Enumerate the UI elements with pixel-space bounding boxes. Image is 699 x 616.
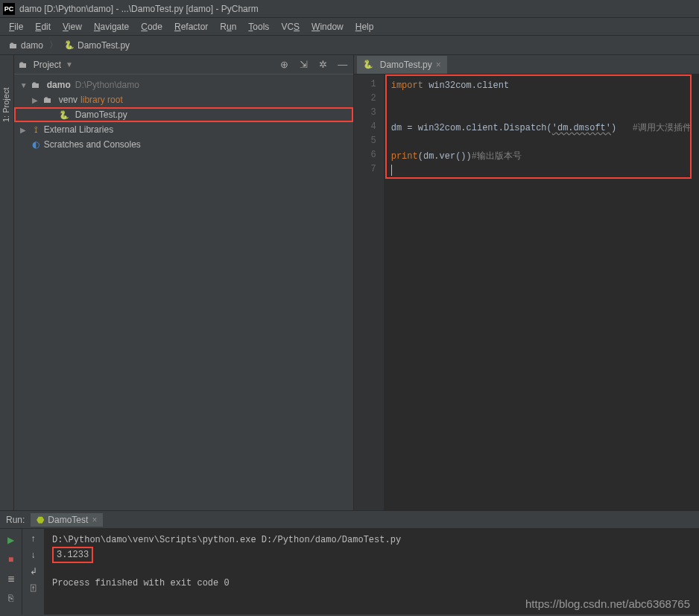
run-toolbar-inner: ↑ ↓ ↲ ⍐ <box>22 529 45 615</box>
menu-refactor[interactable]: Refactor <box>168 22 214 32</box>
stop-icon[interactable]: ■ <box>4 553 18 566</box>
gear-icon[interactable]: ✲ <box>317 59 329 71</box>
main-area: 1: Project 🖿 Project ▼ ⊕ ⇲ ✲ — ▼ 🖿 damo … <box>0 55 699 510</box>
editor-body[interactable]: 1 2 3 4 5 6 7 import win32com.client dm … <box>354 74 699 510</box>
run-tab[interactable]: ⬣ DamoTest × <box>31 513 103 527</box>
breadcrumb-file[interactable]: 🐍 DamoTest.py <box>61 40 133 51</box>
line-number: 2 <box>354 93 384 107</box>
folder-icon: 🖿 <box>9 40 18 51</box>
folder-icon: 🖿 <box>41 95 54 105</box>
chevron-down-icon[interactable]: ▼ <box>66 60 73 69</box>
menu-vcs[interactable]: VCS <box>275 22 306 32</box>
export-icon[interactable]: ⍐ <box>31 582 36 593</box>
line-gutter: 1 2 3 4 5 6 7 <box>354 74 384 510</box>
folder-icon: 🖿 <box>29 80 42 90</box>
menu-help[interactable]: Help <box>350 22 380 32</box>
library-icon: ⟟ <box>29 124 42 135</box>
up-icon[interactable]: ↑ <box>31 533 36 544</box>
window-title: damo [D:\Python\damo] - ...\DamoTest.py … <box>19 4 259 14</box>
tree-node-venv[interactable]: ▶ 🖿 venv library root <box>14 92 353 107</box>
menu-edit[interactable]: Edit <box>29 22 57 32</box>
run-toolbar-left: ▶ ■ ≣ ⎘ <box>0 529 22 615</box>
watermark: https://blog.csdn.net/abc6368765 <box>525 597 690 610</box>
python-icon: ⬣ <box>37 515 44 525</box>
tree-file-name: DamoTest.py <box>75 109 127 120</box>
tree-venv-name: venv <box>59 95 78 105</box>
editor-tab-label: DamoTest.py <box>380 60 432 70</box>
minimize-icon[interactable]: — <box>337 59 349 71</box>
chevron-down-icon[interactable]: ▼ <box>20 81 29 89</box>
tree-root-path: D:\Python\damo <box>75 80 139 90</box>
tree-scratches-label: Scratches and Consoles <box>44 139 141 150</box>
project-title: Project <box>34 60 61 70</box>
tree-extlibs-label: External Libraries <box>44 124 113 135</box>
project-header: 🖿 Project ▼ ⊕ ⇲ ✲ — <box>14 55 353 74</box>
console-value: 3.1233 <box>52 547 93 563</box>
breadcrumb: 🖿 damo 〉 🐍 DamoTest.py <box>0 36 699 55</box>
scratches-icon: ◐ <box>29 139 42 150</box>
rerun-icon[interactable]: ▶ <box>4 533 18 547</box>
console-exit: Process finished with exit code 0 <box>52 577 692 590</box>
python-file-icon: 🐍 <box>57 110 71 120</box>
breadcrumb-file-label: DamoTest.py <box>78 40 130 51</box>
menu-tools[interactable]: Tools <box>242 22 275 32</box>
chevron-right-icon[interactable]: ▶ <box>20 126 29 134</box>
line-number: 7 <box>354 164 384 178</box>
breadcrumb-root[interactable]: 🖿 damo <box>6 40 46 51</box>
run-label: Run: <box>6 515 25 525</box>
breadcrumb-sep: 〉 <box>49 39 58 51</box>
code-content[interactable]: import win32com.client dm = win32com.cli… <box>384 74 699 510</box>
menu-window[interactable]: Window <box>306 22 350 32</box>
console-cmd: D:\Python\damo\venv\Scripts\python.exe D… <box>52 533 692 547</box>
tree-node-root[interactable]: ▼ 🖿 damo D:\Python\damo <box>14 77 353 92</box>
line-number: 6 <box>354 150 384 164</box>
app-icon: PC <box>3 3 15 15</box>
run-tab-label: DamoTest <box>48 515 88 525</box>
menu-run[interactable]: Run <box>214 22 242 32</box>
expand-icon[interactable]: ⇲ <box>298 59 310 71</box>
target-icon[interactable]: ⊕ <box>279 59 291 71</box>
menubar: File Edit View Navigate Code Refactor Ru… <box>0 18 699 36</box>
project-icon: 🖿 <box>19 60 28 70</box>
project-tree: ▼ 🖿 damo D:\Python\damo ▶ 🖿 venv library… <box>14 74 353 510</box>
titlebar: PC damo [D:\Python\damo] - ...\DamoTest.… <box>0 0 699 18</box>
menu-navigate[interactable]: Navigate <box>88 22 135 32</box>
tree-node-scratches[interactable]: ◐ Scratches and Consoles <box>14 137 353 152</box>
menu-file[interactable]: File <box>3 22 29 32</box>
layout-icon[interactable]: ≣ <box>4 572 18 585</box>
line-number: 3 <box>354 107 384 121</box>
run-header: Run: ⬣ DamoTest × <box>0 511 699 529</box>
close-icon[interactable]: × <box>92 515 97 525</box>
down-icon[interactable]: ↓ <box>31 550 36 560</box>
menu-code[interactable]: Code <box>135 22 168 32</box>
left-tool-gutter: 1: Project <box>0 55 14 510</box>
menu-view[interactable]: View <box>57 22 88 32</box>
wrap-icon[interactable]: ↲ <box>30 566 37 577</box>
chevron-right-icon[interactable]: ▶ <box>32 96 41 104</box>
line-number: 1 <box>354 79 384 93</box>
python-file-icon: 🐍 <box>363 60 373 69</box>
project-tool-button[interactable]: 1: Project <box>1 88 10 122</box>
tree-node-file[interactable]: 🐍 DamoTest.py <box>14 107 353 122</box>
pin-icon[interactable]: ⎘ <box>4 591 18 605</box>
line-number: 5 <box>354 136 384 150</box>
tree-node-extlibs[interactable]: ▶ ⟟ External Libraries <box>14 122 353 137</box>
editor-tabs: 🐍 DamoTest.py × <box>354 55 699 74</box>
breadcrumb-root-label: damo <box>21 40 43 51</box>
close-icon[interactable]: × <box>436 60 441 70</box>
caret <box>391 165 392 176</box>
python-file-icon: 🐍 <box>64 40 75 50</box>
editor-area: 🐍 DamoTest.py × 1 2 3 4 5 6 7 import win… <box>354 55 699 510</box>
tree-venv-suffix: library root <box>80 95 123 105</box>
tree-root-name: damo <box>47 80 71 90</box>
line-number: 4 <box>354 121 384 136</box>
editor-tab[interactable]: 🐍 DamoTest.py × <box>357 56 447 74</box>
project-panel: 🖿 Project ▼ ⊕ ⇲ ✲ — ▼ 🖿 damo D:\Python\d… <box>14 55 354 510</box>
